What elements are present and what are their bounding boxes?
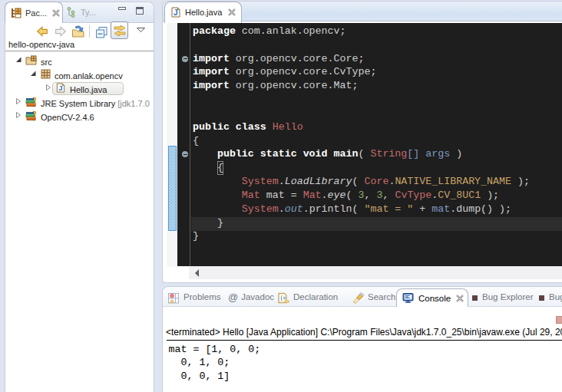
svg-text:J: J — [58, 84, 62, 92]
svg-text:J: J — [174, 8, 178, 17]
